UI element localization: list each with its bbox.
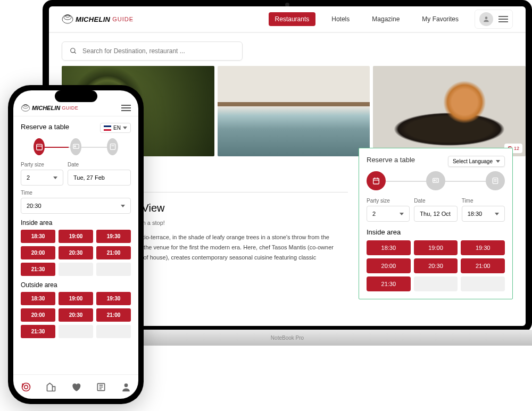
uk-flag-icon: [104, 125, 111, 131]
brand-logo[interactable]: MICHELIN GUIDE: [62, 14, 134, 24]
svg-point-3: [485, 16, 488, 19]
fields-row: Party size 2 Date Thu, 12 Oct Time 18:30: [367, 198, 505, 222]
chevron-down-icon: [121, 205, 125, 207]
svg-point-0: [62, 15, 73, 23]
date-label: Date: [414, 198, 457, 204]
phone-bezel: MICHELIN GUIDE EN Reserve a table: [8, 85, 144, 404]
time-slot[interactable]: 20:00: [21, 246, 55, 259]
mobile-stepper: [21, 138, 131, 155]
time-slot[interactable]: 19:00: [414, 240, 458, 255]
phone-notch: [55, 90, 97, 102]
chevron-down-icon: [53, 177, 57, 179]
time-slot[interactable]: 19:30: [96, 292, 131, 305]
mobile-tabbar: [13, 374, 138, 399]
mobile-inside-slots: 18:3019:0019:3020:0020:3021:0021:30: [21, 230, 131, 276]
svg-point-33: [124, 383, 128, 387]
hamburger-icon: [498, 16, 508, 22]
time-slot[interactable]: 21:00: [461, 258, 505, 273]
navbar: MICHELIN GUIDE Restaurants Hotels Magazi…: [49, 6, 526, 33]
svg-point-12: [434, 180, 436, 181]
time-slot[interactable]: 21:00: [96, 308, 131, 322]
svg-rect-21: [36, 144, 42, 150]
search-box[interactable]: [62, 41, 243, 61]
mobile-step-confirm[interactable]: [107, 138, 118, 155]
tab-magazine[interactable]: [95, 381, 107, 393]
nav-hotels[interactable]: Hotels: [325, 12, 356, 26]
time-slot[interactable]: 18:30: [367, 240, 411, 255]
step-details[interactable]: [426, 171, 445, 190]
time-slot[interactable]: 21:00: [96, 246, 131, 259]
mobile-inside-label: Inside area: [21, 219, 131, 227]
area-inside-label: Inside area: [367, 228, 505, 236]
chevron-down-icon: [495, 213, 499, 215]
mobile-party-select[interactable]: 2: [21, 170, 63, 186]
desktop-inside-slots: 18:3019:0019:3020:0020:3021:0021:30: [367, 240, 505, 291]
mobile-brand-logo[interactable]: MICHELIN GUIDE: [21, 104, 78, 112]
chevron-down-icon: [123, 127, 127, 129]
brand-name: MICHELIN: [76, 15, 110, 23]
svg-point-24: [74, 146, 76, 147]
mobile-body: EN Reserve a table Party size 2: [13, 116, 138, 374]
phone-screen: MICHELIN GUIDE EN Reserve a table: [13, 90, 138, 399]
date-select[interactable]: Thu, 12 Oct: [414, 206, 457, 222]
time-slot[interactable]: 19:30: [96, 230, 131, 243]
phone-frame: MICHELIN GUIDE EN Reserve a table: [8, 85, 144, 404]
language-selector[interactable]: Select Language: [448, 156, 505, 167]
time-slot[interactable]: 18:30: [21, 292, 55, 305]
svg-point-1: [64, 15, 71, 20]
time-slot[interactable]: 20:00: [21, 308, 55, 322]
mobile-menu-button[interactable]: [121, 105, 131, 111]
svg-rect-25: [110, 144, 115, 150]
party-size-select[interactable]: 2: [367, 206, 410, 222]
mobile-language-selector[interactable]: EN: [100, 123, 131, 133]
svg-point-27: [22, 383, 30, 391]
user-menu[interactable]: [475, 10, 513, 29]
nav-favorites[interactable]: My Favorites: [415, 12, 465, 26]
nav-restaurants[interactable]: Restaurants: [269, 12, 316, 26]
mobile-outside-label: Outside area: [21, 281, 131, 289]
time-slot[interactable]: 18:30: [21, 230, 55, 243]
mobile-outside-slots: 18:3019:0019:3020:0020:3021:0021:30: [21, 292, 131, 338]
time-slot[interactable]: 20:00: [367, 258, 411, 273]
tab-profile[interactable]: [120, 381, 132, 393]
time-slot[interactable]: 21:30: [367, 276, 411, 291]
time-slot[interactable]: 21:30: [21, 325, 55, 338]
chevron-down-icon: [496, 160, 500, 163]
michelin-bibendum-icon: [21, 104, 30, 112]
time-slot[interactable]: 21:30: [21, 263, 55, 276]
mobile-date-select[interactable]: Tue, 27 Feb: [68, 170, 131, 186]
time-slot-empty: [96, 263, 131, 276]
time-slot[interactable]: 20:30: [59, 308, 93, 322]
mobile-time-select[interactable]: 20:30: [21, 198, 131, 214]
svg-line-5: [74, 52, 76, 54]
mobile-step-date[interactable]: [34, 138, 45, 155]
tab-favorites[interactable]: [70, 381, 82, 393]
svg-point-19: [23, 105, 29, 108]
time-slot[interactable]: 19:00: [59, 292, 93, 305]
time-slot-empty: [461, 276, 505, 291]
time-slot[interactable]: 20:30: [59, 246, 93, 259]
search-input[interactable]: [82, 47, 235, 55]
michelin-bibendum-icon: [62, 14, 73, 24]
time-slot[interactable]: 19:00: [59, 230, 93, 243]
time-slot-empty: [414, 276, 458, 291]
time-label: Time: [462, 198, 505, 204]
svg-rect-7: [373, 178, 379, 184]
time-slot[interactable]: 20:30: [414, 258, 458, 273]
avatar-icon: [479, 12, 493, 26]
step-confirm[interactable]: [486, 171, 505, 190]
svg-point-28: [24, 385, 28, 389]
step-date[interactable]: [367, 171, 386, 190]
time-slot[interactable]: 19:30: [461, 240, 505, 255]
time-slot-empty: [59, 263, 93, 276]
time-select[interactable]: 18:30: [462, 206, 505, 222]
brand-suffix: GUIDE: [112, 16, 134, 22]
tab-hotels[interactable]: [45, 381, 57, 393]
gallery-image-3[interactable]: 12: [373, 66, 526, 156]
mobile-step-details[interactable]: [70, 138, 81, 155]
nav-magazine[interactable]: Magazine: [365, 12, 406, 26]
gallery-image-2[interactable]: [218, 66, 370, 156]
party-label: Party size: [367, 198, 410, 204]
svg-point-18: [21, 105, 30, 111]
tab-restaurants[interactable]: [20, 381, 32, 393]
